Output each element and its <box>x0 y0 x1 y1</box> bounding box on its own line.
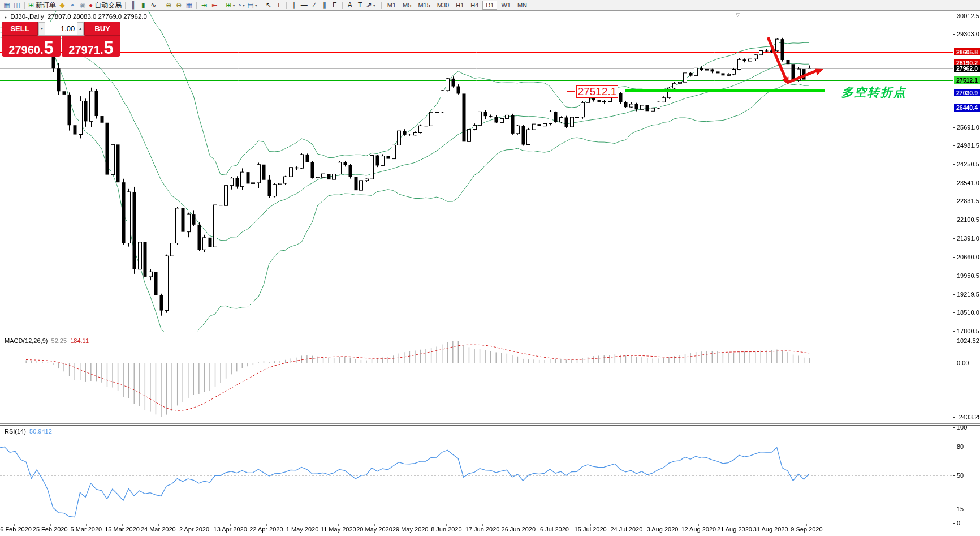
buy-price[interactable]: 27971. 5 <box>62 36 120 57</box>
autotrading-button-label: 自动交易 <box>94 1 122 10</box>
line-chart-button[interactable]: ∿ <box>148 1 158 10</box>
trendline-icon: ∕ <box>314 1 315 9</box>
equidistant-channel-button[interactable]: ∥ <box>320 1 330 10</box>
metaeditor-icon: ◆ <box>59 1 64 9</box>
autotrading-button[interactable]: ●自动交易 <box>88 1 123 10</box>
rsi-window-separator-2 <box>0 425 980 426</box>
profiles-icon: ◫ <box>14 1 20 9</box>
bar-chart-icon: ║ <box>131 1 136 9</box>
price-level-annotation-box[interactable]: 27512.1 <box>576 85 618 98</box>
timeframe-w1[interactable]: W1 <box>498 1 513 10</box>
chart-marker-icon: ▸ <box>5 15 7 20</box>
volume-decrease-button[interactable]: ▼ <box>38 22 45 35</box>
line-chart-icon: ∿ <box>150 1 156 9</box>
toolbar-separator <box>222 2 222 9</box>
new-order-button-label: 新订单 <box>36 1 56 10</box>
sell-price-main: 27960. <box>8 44 43 55</box>
candlestick-chart-button[interactable]: ▮ <box>138 1 148 10</box>
text-icon: A <box>348 1 352 9</box>
one-click-trading-panel: SELL ▼ ▲ BUY 27960. 5 27971. 5 <box>2 22 120 57</box>
zoom-out-icon: ⊖ <box>176 1 182 9</box>
autotrading-icon: ● <box>89 1 93 9</box>
expert-advisors-icon: ◓ <box>70 1 74 9</box>
cursor-button[interactable]: ↖ <box>264 1 274 10</box>
timeframe-m15[interactable]: M15 <box>415 1 433 10</box>
fibonacci-button[interactable]: F <box>330 1 340 10</box>
new-order-button[interactable]: ⊞新订单 <box>27 1 57 10</box>
main-toolbar: ▦◫⊞新订单◆◓◉●自动交易║▮∿⊕⊖▦⇥⇤⊞▾◔▾▤▾↖+∣—∕∥FAT⇗▾ … <box>0 0 980 11</box>
macd-window-separator[interactable] <box>0 333 980 333</box>
signals-button[interactable]: ◉ <box>77 1 88 10</box>
new-order-icon: ⊞ <box>28 1 34 9</box>
periods-button[interactable]: ◔▾ <box>236 1 246 10</box>
new-chart-button[interactable]: ▦ <box>2 1 12 10</box>
sell-price[interactable]: 27960. 5 <box>2 36 61 57</box>
dropdown-caret-icon: ▾ <box>243 3 245 8</box>
vertical-line-icon: ∣ <box>292 1 296 9</box>
buy-button[interactable]: BUY <box>84 22 120 36</box>
ohlc-readout: 27807.0 28083.0 27769.0 27962.0 <box>48 13 147 20</box>
signals-icon: ◉ <box>80 1 85 9</box>
arrows-tool-button[interactable]: ⇗▾ <box>365 1 377 10</box>
horizontal-line-icon: — <box>301 1 308 9</box>
tile-windows-button[interactable]: ▦ <box>184 1 194 10</box>
turning-point-annotation[interactable]: 多空转折点 <box>841 84 906 100</box>
timeframe-h4[interactable]: H4 <box>468 1 481 10</box>
dropdown-caret-icon: ▾ <box>373 3 375 8</box>
macd-window-separator-2 <box>0 335 980 335</box>
rsi-indicator-label: RSI(14) 50.9412 <box>5 428 52 435</box>
periods-icon: ◔ <box>238 1 241 9</box>
toolbar-separator <box>342 2 343 9</box>
chart-shift-icon: ⇤ <box>211 1 217 9</box>
date-axis-separator <box>0 524 980 524</box>
zoom-out-button[interactable]: ⊖ <box>174 1 184 10</box>
indicators-button[interactable]: ⊞▾ <box>225 1 236 10</box>
horizontal-line-button[interactable]: — <box>299 1 309 10</box>
timeframe-h1[interactable]: H1 <box>453 1 467 10</box>
trendline-button[interactable]: ∕ <box>309 1 320 10</box>
macd-signal-value: 184.11 <box>70 337 89 344</box>
volume-control: ▼ ▲ <box>38 22 84 36</box>
support-band-annotation[interactable] <box>625 89 825 92</box>
text-label-button[interactable]: T <box>355 1 365 10</box>
volume-increase-button[interactable]: ▲ <box>77 22 84 35</box>
toolbar-separator <box>125 2 126 9</box>
timeframe-m1[interactable]: M1 <box>385 1 399 10</box>
metaeditor-button[interactable]: ◆ <box>57 1 67 10</box>
macd-main-value: 52.25 <box>51 337 67 344</box>
chart-window: ▸ DJ30-,Daily 27807.0 28083.0 27769.0 27… <box>0 11 980 536</box>
crosshair-icon: + <box>277 1 280 9</box>
chart-shift-marker-icon: ▽ <box>736 12 740 18</box>
text-button[interactable]: A <box>345 1 355 10</box>
bar-chart-button[interactable]: ║ <box>128 1 138 10</box>
cursor-icon: ↖ <box>266 1 271 9</box>
dropdown-caret-icon: ▾ <box>255 3 257 8</box>
sell-price-pip: 5 <box>44 41 53 55</box>
buy-price-main: 27971. <box>68 44 103 55</box>
new-chart-icon: ▦ <box>3 1 10 9</box>
volume-input[interactable] <box>45 22 77 35</box>
candlestick-chart-icon: ▮ <box>141 1 145 9</box>
price-axis-border <box>953 11 953 524</box>
auto-scroll-icon: ⇥ <box>201 1 207 9</box>
chart-shift-button[interactable]: ⇤ <box>209 1 219 10</box>
trading-terminal: { "toolbar": { "groups": [ [ {"name":"ne… <box>0 0 980 536</box>
macd-indicator-label: MACD(12,26,9) 52.25 184.11 <box>5 337 89 344</box>
timeframe-d1[interactable]: D1 <box>482 1 497 10</box>
expert-advisors-button[interactable]: ◓ <box>67 1 77 10</box>
rsi-window-separator[interactable] <box>0 423 980 424</box>
dropdown-caret-icon: ▾ <box>232 3 235 8</box>
timeframe-mn[interactable]: MN <box>515 1 530 10</box>
chart-canvas[interactable] <box>0 11 980 536</box>
vertical-line-button[interactable]: ∣ <box>289 1 299 10</box>
sell-button[interactable]: SELL <box>2 22 38 36</box>
templates-button[interactable]: ▤▾ <box>246 1 258 10</box>
profiles-button[interactable]: ◫ <box>12 1 22 10</box>
toolbar-separator <box>261 2 261 9</box>
crosshair-button[interactable]: + <box>274 1 284 10</box>
zoom-in-button[interactable]: ⊕ <box>163 1 174 10</box>
templates-icon: ▤ <box>247 1 253 9</box>
timeframe-m30[interactable]: M30 <box>434 1 452 10</box>
timeframe-m5[interactable]: M5 <box>400 1 414 10</box>
auto-scroll-button[interactable]: ⇥ <box>199 1 209 10</box>
